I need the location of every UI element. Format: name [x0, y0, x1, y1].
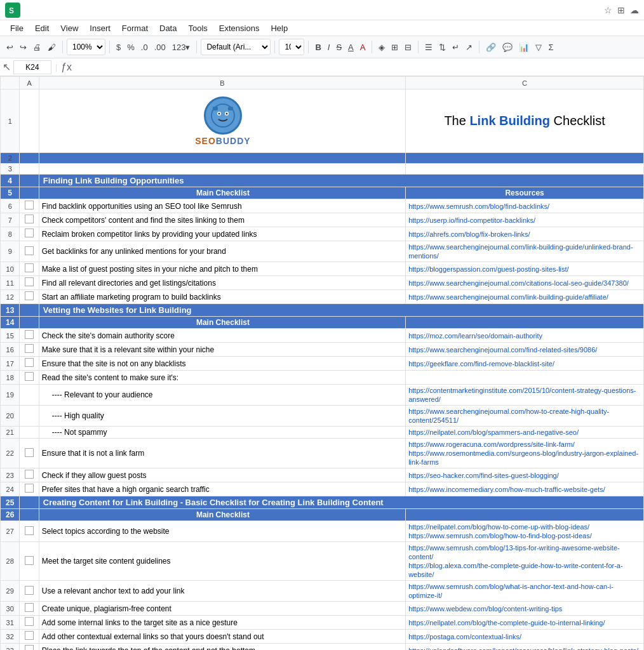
text-color-button[interactable]: A — [358, 41, 368, 53]
paint-format-button[interactable]: 🖌 — [45, 41, 58, 53]
checkbox[interactable] — [25, 556, 34, 565]
cell-a[interactable] — [20, 262, 39, 276]
checkbox[interactable] — [25, 263, 34, 272]
resource-link[interactable]: https://moz.com/learn/seo/domain-authori… — [408, 332, 542, 340]
formula-input[interactable] — [74, 60, 641, 74]
checkbox[interactable] — [25, 603, 34, 612]
menu-format[interactable]: Format — [117, 22, 153, 34]
cell-a[interactable] — [20, 602, 39, 616]
resource-link[interactable]: https://contentmarketinginstitute.com/20… — [408, 387, 636, 403]
resource-link[interactable]: https://geekflare.com/find-remove-blackl… — [408, 360, 554, 368]
currency-button[interactable]: $ — [114, 41, 123, 53]
resource-link[interactable]: https://bloggerspassion.com/guest-postin… — [408, 265, 569, 273]
borders-button[interactable]: ⊞ — [389, 41, 401, 53]
menu-insert[interactable]: Insert — [84, 22, 116, 34]
valign-button[interactable]: ⇅ — [436, 41, 448, 53]
checkbox[interactable] — [25, 358, 34, 367]
resource-link[interactable]: https://postaga.com/contextual-links/ — [408, 633, 521, 640]
resource-link[interactable]: https://www.semrush.com/blog/find-backli… — [408, 202, 549, 210]
strikethrough-button[interactable]: S — [333, 41, 344, 53]
checkbox[interactable] — [25, 645, 34, 650]
resource-link[interactable]: https://blog.alexa.com/the-complete-guid… — [408, 562, 622, 578]
checkbox[interactable] — [25, 201, 34, 209]
cell-a[interactable] — [20, 276, 39, 290]
checkbox[interactable] — [25, 484, 34, 493]
checkbox[interactable] — [25, 246, 34, 255]
decimal-decrease-button[interactable]: .0 — [138, 41, 151, 53]
cell-a[interactable] — [20, 213, 39, 227]
wrap-button[interactable]: ↵ — [450, 41, 462, 53]
checkbox[interactable] — [25, 291, 34, 300]
cell-a[interactable] — [20, 616, 39, 630]
cell-a[interactable] — [20, 357, 39, 371]
menu-edit[interactable]: Edit — [30, 22, 54, 34]
col-header-c[interactable]: C — [406, 77, 644, 90]
menu-view[interactable]: View — [55, 22, 83, 34]
checkbox[interactable] — [25, 448, 34, 457]
checkbox[interactable] — [25, 526, 34, 535]
resource-link[interactable]: https://www.incomemediary.com/how-much-t… — [408, 486, 605, 493]
col-header-a[interactable]: A — [20, 77, 39, 90]
drive-icon[interactable]: ⊞ — [617, 5, 625, 15]
resource-link[interactable]: https://www.searchenginejournal.com/cita… — [408, 279, 629, 287]
checkbox[interactable] — [25, 344, 34, 353]
checkbox[interactable] — [25, 215, 34, 223]
zoom-select[interactable]: 100%75%50% — [67, 39, 105, 55]
percent-button[interactable]: % — [124, 41, 137, 53]
resource-link[interactable]: https://www.searchenginejournal.com/link… — [408, 243, 633, 260]
cell-a[interactable] — [20, 581, 39, 602]
cell-a[interactable] — [20, 521, 39, 542]
star-icon[interactable]: ☆ — [604, 5, 612, 15]
comment-button[interactable]: 💬 — [500, 41, 515, 53]
cell-a[interactable] — [20, 644, 39, 651]
resource-link[interactable]: https://www.searchenginejournal.com/link… — [408, 293, 608, 301]
menu-file[interactable]: File — [5, 22, 29, 34]
resource-link[interactable]: https://userp.io/find-competitor-backlin… — [408, 216, 535, 224]
cell-a[interactable] — [20, 241, 39, 262]
cell-a[interactable] — [20, 290, 39, 304]
function-button[interactable]: Σ — [546, 41, 556, 53]
resource-link[interactable]: https://www.semrush.com/blog/13-tips-for… — [408, 544, 620, 560]
resource-link[interactable]: https://www.searchenginejournal.com/find… — [408, 346, 597, 354]
cell-a[interactable] — [20, 343, 39, 357]
cell-a[interactable] — [20, 468, 39, 482]
bold-button[interactable]: B — [312, 41, 323, 53]
checkbox[interactable] — [25, 631, 34, 640]
cell-a[interactable] — [20, 199, 39, 213]
cell-a[interactable] — [20, 482, 39, 496]
resource-link[interactable]: https://www.rosemontmedia.com/surgeons-b… — [408, 449, 638, 466]
undo-button[interactable]: ↩ — [4, 41, 16, 53]
font-select[interactable]: Default (Ari... — [201, 39, 271, 55]
resource-link[interactable]: https://www.webdew.com/blog/content-writ… — [408, 605, 562, 613]
redo-button[interactable]: ↪ — [17, 41, 29, 53]
merge-button[interactable]: ⊟ — [402, 41, 414, 53]
fill-color-button[interactable]: ◈ — [376, 41, 387, 53]
more-formats-button[interactable]: 123▾ — [170, 41, 193, 53]
filter-button[interactable]: ▽ — [533, 41, 544, 53]
resource-link[interactable]: https://www.searchenginejournal.com/how-… — [408, 408, 609, 424]
font-size-select[interactable]: 101214 — [279, 39, 304, 55]
cell-a[interactable] — [20, 439, 39, 468]
resource-link[interactable]: https://www.semrush.com/blog/how-to-find… — [408, 532, 592, 540]
checkbox[interactable] — [25, 586, 34, 595]
checkbox[interactable] — [25, 330, 34, 339]
checkbox[interactable] — [25, 277, 34, 286]
italic-button[interactable]: I — [325, 41, 333, 53]
checkbox[interactable] — [25, 617, 34, 626]
menu-tools[interactable]: Tools — [183, 22, 212, 34]
resource-link[interactable]: https://seo-hacker.com/find-sites-guest-… — [408, 472, 559, 479]
menu-extensions[interactable]: Extensions — [214, 22, 265, 34]
decimal-increase-button[interactable]: .00 — [152, 41, 168, 53]
checkbox[interactable] — [25, 229, 34, 237]
menu-help[interactable]: Help — [265, 22, 293, 34]
rotate-button[interactable]: ↗ — [463, 41, 475, 53]
cell-a[interactable] — [20, 542, 39, 581]
link-button[interactable]: 🔗 — [483, 41, 499, 53]
cell-a[interactable] — [20, 371, 39, 385]
print-button[interactable]: 🖨 — [30, 41, 44, 53]
chart-button[interactable]: 📊 — [516, 41, 532, 53]
menu-data[interactable]: Data — [154, 22, 182, 34]
col-header-b[interactable]: B — [39, 77, 405, 90]
cell-reference[interactable] — [13, 60, 51, 74]
resource-link[interactable]: https://www.semrush.com/blog/what-is-anc… — [408, 583, 614, 599]
